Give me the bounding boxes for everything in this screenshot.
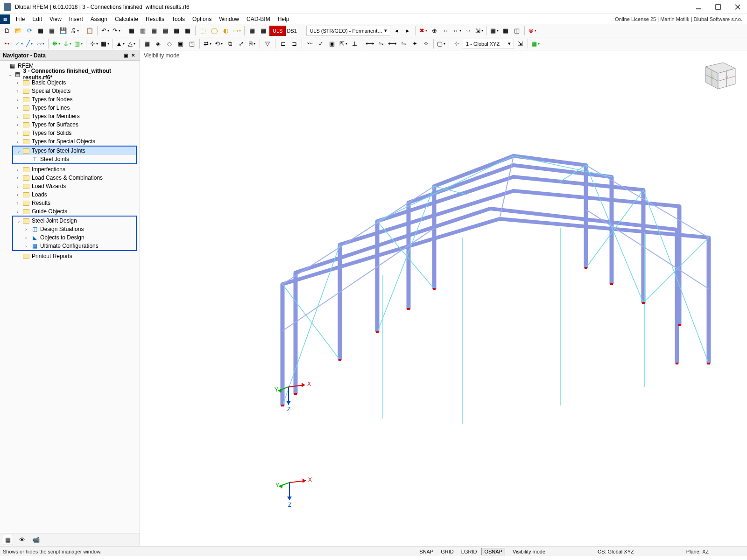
tree[interactable]: ▦RFEM ⌄▤3 - Connections finished_without… bbox=[0, 61, 140, 533]
select3-icon[interactable]: ◐ bbox=[220, 26, 231, 36]
nav-undock-button[interactable]: ▣ bbox=[122, 52, 129, 59]
nav-tab-data-icon[interactable]: ▤ bbox=[3, 535, 13, 545]
save-icon[interactable]: 💾 bbox=[58, 26, 68, 36]
v2-icon[interactable]: ⇋ bbox=[376, 39, 386, 49]
nav-tab-views-icon[interactable]: 📹 bbox=[31, 535, 41, 545]
rotate-icon[interactable]: ⟲ bbox=[213, 39, 224, 49]
nav-icon[interactable]: ▦ bbox=[183, 26, 193, 36]
menu-help[interactable]: Help bbox=[274, 16, 293, 22]
prev-combo-icon[interactable]: ◂ bbox=[391, 26, 402, 36]
block-mgr-icon[interactable]: ▦ bbox=[35, 26, 46, 36]
tree-item[interactable]: ›Types for Solids bbox=[0, 129, 140, 137]
mesh2-icon[interactable]: ◈ bbox=[153, 39, 163, 49]
tree-sjd-child[interactable]: ›◫Design Situations bbox=[13, 225, 136, 233]
undo-icon[interactable]: ↶ bbox=[100, 26, 110, 36]
cs-small-icon[interactable]: ⊹ bbox=[451, 39, 462, 49]
dim3-icon[interactable]: ↔ bbox=[463, 26, 473, 36]
tree-item[interactable]: ›Load Wizards bbox=[0, 182, 140, 190]
annot2-icon[interactable]: ⊕ bbox=[429, 26, 439, 36]
dim1-icon[interactable]: ↔ bbox=[440, 26, 451, 36]
model-icon[interactable]: ▤ bbox=[47, 26, 57, 36]
menu-edit[interactable]: Edit bbox=[28, 16, 46, 22]
tree-item[interactable]: ›Types for Surfaces bbox=[0, 120, 140, 129]
clipboard-icon[interactable]: 📋 bbox=[85, 26, 95, 36]
next-combo-icon[interactable]: ▸ bbox=[402, 26, 413, 36]
tree-printout[interactable]: Printout Reports bbox=[0, 252, 140, 260]
v4-icon[interactable]: ⇋ bbox=[398, 39, 409, 49]
redo-icon[interactable]: ↷ bbox=[111, 26, 121, 36]
tree-item[interactable]: ›Loads bbox=[0, 190, 140, 199]
table3-icon[interactable]: ▤ bbox=[149, 26, 159, 36]
mesh1-icon[interactable]: ▦ bbox=[142, 39, 152, 49]
menu-calculate[interactable]: Calculate bbox=[111, 16, 142, 22]
tree-item[interactable]: ›Types for Lines bbox=[0, 104, 140, 112]
m3-icon[interactable]: ▣ bbox=[327, 39, 337, 49]
tree-item[interactable]: ›Guide Objects bbox=[0, 207, 140, 216]
support1-icon[interactable]: ▲ bbox=[115, 39, 126, 49]
render1-icon[interactable]: ▦ bbox=[489, 26, 500, 36]
viewport-3d[interactable]: Visibility mode bbox=[140, 50, 747, 546]
scale-icon[interactable]: ⤢ bbox=[236, 39, 246, 49]
tree-item[interactable]: ›Load Cases & Combinations bbox=[0, 174, 140, 182]
nav-tab-display-icon[interactable]: 👁 bbox=[17, 535, 27, 545]
wire-icon[interactable]: ▢ bbox=[436, 39, 446, 49]
menu-view[interactable]: View bbox=[46, 16, 65, 22]
dim2-icon[interactable]: ↔ bbox=[451, 26, 462, 36]
tree-item[interactable]: ›Results bbox=[0, 199, 140, 207]
menu-cadbim[interactable]: CAD-BIM bbox=[243, 16, 274, 22]
calc1-icon[interactable]: ▦ bbox=[247, 26, 257, 36]
node-tool-icon[interactable]: • bbox=[2, 39, 12, 49]
tree-item[interactable]: ›Special Objects bbox=[0, 87, 140, 95]
table1-icon[interactable]: ▦ bbox=[127, 26, 137, 36]
refresh-icon[interactable]: ⟳ bbox=[24, 26, 35, 36]
status-lgrid[interactable]: LGRID bbox=[458, 548, 480, 555]
tree-sjd-child[interactable]: ›◣Objects to Design bbox=[13, 233, 136, 242]
member-tool-icon[interactable]: ╱ bbox=[24, 39, 35, 49]
m5-icon[interactable]: ⊥ bbox=[349, 39, 359, 49]
script-icon[interactable]: ▤ bbox=[160, 26, 170, 36]
model-3d[interactable]: XYZ XYZ bbox=[140, 50, 747, 546]
close-button[interactable] bbox=[732, 1, 743, 13]
open-file-icon[interactable]: 📂 bbox=[13, 26, 23, 36]
select4-icon[interactable]: ▭ bbox=[232, 26, 242, 36]
v5-icon[interactable]: ✦ bbox=[409, 39, 420, 49]
solid1-icon[interactable]: ▣ bbox=[176, 39, 186, 49]
v6-icon[interactable]: ✧ bbox=[421, 39, 431, 49]
load2-icon[interactable]: ⇊ bbox=[62, 39, 72, 49]
v3-icon[interactable]: ⟷ bbox=[387, 39, 397, 49]
report-icon[interactable]: ▦ bbox=[171, 26, 182, 36]
print-icon[interactable]: 🖨 bbox=[69, 26, 79, 36]
solid2-icon[interactable]: ◳ bbox=[187, 39, 197, 49]
line-tool-icon[interactable]: ⟋ bbox=[13, 39, 23, 49]
load1-icon[interactable]: ❋ bbox=[51, 39, 61, 49]
new-file-icon[interactable]: 🗋 bbox=[2, 26, 12, 36]
surface-tool-icon[interactable]: ▱ bbox=[35, 39, 46, 49]
m1-icon[interactable]: 〰 bbox=[304, 39, 315, 49]
tree-types-steel-joints[interactable]: ⌄Types for Steel Joints bbox=[13, 147, 136, 155]
select2-icon[interactable]: ◯ bbox=[209, 26, 219, 36]
menu-results[interactable]: Results bbox=[142, 16, 168, 22]
mesh3-icon[interactable]: ◇ bbox=[164, 39, 175, 49]
grid-icon[interactable]: ▦ bbox=[100, 39, 110, 49]
mirror-icon[interactable]: ⧉ bbox=[225, 39, 235, 49]
tree-file[interactable]: ⌄▤3 - Connections finished_without resul… bbox=[0, 70, 140, 78]
m4-icon[interactable]: ⇱ bbox=[338, 39, 348, 49]
tree-item[interactable]: ›Types for Special Objects bbox=[0, 137, 140, 146]
copy-icon[interactable]: ⎘ bbox=[247, 39, 257, 49]
cs-aux-icon[interactable]: ⇲ bbox=[515, 39, 525, 49]
e1-icon[interactable]: ⊏ bbox=[278, 39, 288, 49]
select1-icon[interactable]: ⬚ bbox=[198, 26, 208, 36]
minimize-button[interactable] bbox=[693, 1, 704, 13]
menu-assign[interactable]: Assign bbox=[87, 16, 111, 22]
tree-steel-joints[interactable]: ⊤Steel Joints bbox=[13, 155, 136, 163]
tree-item[interactable]: ›Imperfections bbox=[0, 165, 140, 174]
menu-window[interactable]: Window bbox=[215, 16, 243, 22]
menu-options[interactable]: Options bbox=[189, 16, 215, 22]
maximize-button[interactable] bbox=[712, 1, 724, 13]
tree-sjd-child[interactable]: ›▦Ultimate Configurations bbox=[13, 242, 136, 250]
status-grid[interactable]: GRID bbox=[438, 548, 457, 555]
e2-icon[interactable]: ⊐ bbox=[289, 39, 299, 49]
clear-icon[interactable]: ⊗ bbox=[527, 26, 537, 36]
tree-item[interactable]: ›Types for Members bbox=[0, 112, 140, 120]
support2-icon[interactable]: △ bbox=[127, 39, 137, 49]
